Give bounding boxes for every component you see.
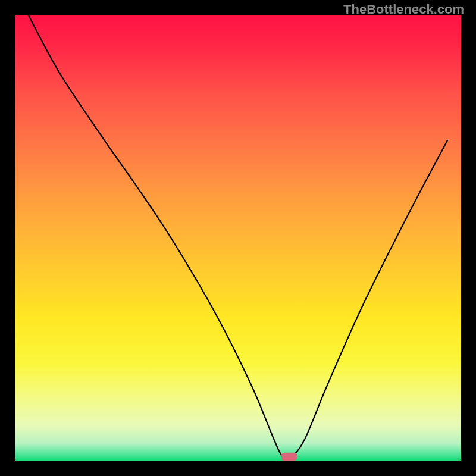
svg-rect-0 [15, 15, 461, 461]
watermark-text: TheBottleneck.com [343, 2, 464, 17]
bottleneck-chart [0, 0, 476, 476]
chart-container: { "watermark": "TheBottleneck.com", "cha… [0, 0, 476, 476]
optimal-marker [281, 453, 297, 461]
